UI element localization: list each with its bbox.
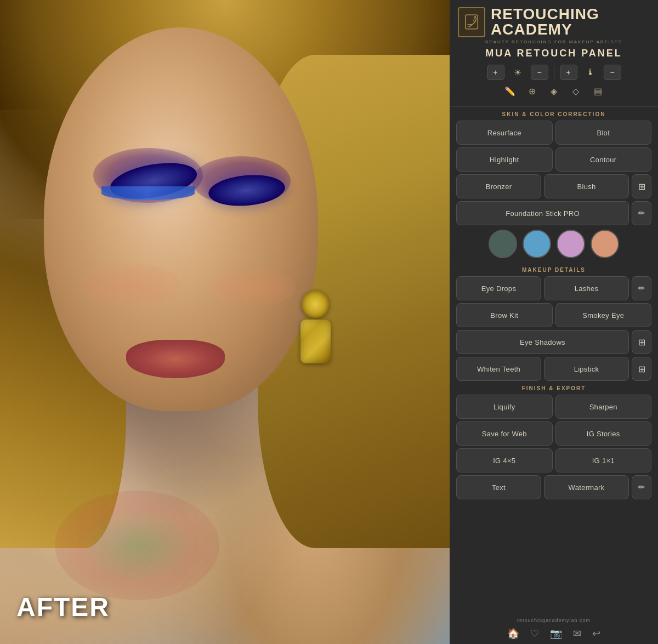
right-panel: RETOUCHING ACADEMY BEAUTY RETOUCHING FOR… — [450, 0, 658, 644]
makeup-btn-grid: Eye Drops Lashes ✏ Brow Kit Smokey Eye E… — [450, 276, 658, 381]
text-btn[interactable]: Text — [456, 475, 541, 499]
contour-btn[interactable]: Contour — [555, 147, 652, 172]
earring-top — [302, 290, 329, 318]
toolbar-row-2: ✏️ ⊕ ◈ ◇ ▤ — [458, 83, 650, 99]
light-purple-swatch[interactable] — [557, 230, 585, 258]
brand-text-group: RETOUCHING ACADEMY — [491, 7, 599, 37]
finish-btn-grid: Liquify Sharpen Save for Web IG Stories … — [450, 395, 658, 499]
email-icon[interactable]: ✉ — [573, 628, 581, 640]
heart-icon[interactable]: ♡ — [530, 628, 539, 640]
skin-row-3: Bronzer Blush ⊞ — [456, 174, 651, 198]
finish-row-2: Save for Web IG Stories — [456, 421, 651, 446]
contrast-plus-btn[interactable]: + — [560, 65, 577, 80]
panel-title: MUA RETOUCH PANEL — [458, 48, 650, 59]
finish-row-4: Text Watermark ✏ — [456, 475, 651, 499]
foundation-pencil-btn[interactable]: ✏ — [632, 201, 651, 225]
home-icon[interactable]: 🏠 — [507, 628, 519, 640]
skin-row-4: Foundation Stick PRO ✏ — [456, 201, 651, 225]
share-icon[interactable]: ↩ — [592, 628, 600, 640]
blush-grid-btn[interactable]: ⊞ — [632, 174, 651, 198]
eye-shadows-grid-btn[interactable]: ⊞ — [632, 330, 651, 354]
panel-tagline: BEAUTY RETOUCHING FOR MAKEUP ARTISTS — [458, 39, 650, 44]
finish-section-label: FINISH & EXPORT — [450, 385, 658, 391]
makeup-row-2: Brow Kit Smokey Eye — [456, 303, 651, 327]
lipstick-grid-btn[interactable]: ⊞ — [632, 357, 651, 381]
photo-panel: AFTER — [0, 0, 450, 644]
layers-tool-btn[interactable]: ▤ — [589, 83, 606, 99]
brush-tool-btn[interactable]: ✏️ — [501, 83, 519, 99]
sharpen-btn[interactable]: Sharpen — [555, 395, 652, 419]
smokey-eye-btn[interactable]: Smokey Eye — [555, 303, 652, 327]
earring — [296, 290, 334, 362]
toolbar-row-1: + ☀ − + 🌡 − — [458, 65, 650, 80]
color-swatches-row — [450, 225, 658, 263]
ig-4x5-btn[interactable]: IG 4×5 — [456, 448, 553, 472]
light-blue-swatch[interactable] — [523, 230, 551, 258]
patch-tool-btn[interactable]: ◇ — [567, 83, 585, 99]
brand-row: RETOUCHING ACADEMY — [458, 7, 650, 37]
eraser-tool-btn[interactable]: ◈ — [545, 83, 563, 99]
panel-header: RETOUCHING ACADEMY BEAUTY RETOUCHING FOR… — [450, 0, 658, 107]
panel-footer: retouchingacademylab.com 🏠 ♡ 📷 ✉ ↩ — [450, 613, 658, 644]
makeup-section-label: MAKEUP DETAILS — [450, 267, 658, 273]
brand-logo — [458, 7, 485, 37]
skin-row-2: Highlight Contour — [456, 147, 651, 172]
lipstick-btn[interactable]: Lipstick — [544, 357, 629, 381]
brow-kit-btn[interactable]: Brow Kit — [456, 303, 553, 327]
makeup-row-4: Whiten Teeth Lipstick ⊞ — [456, 357, 651, 381]
stamp-tool-btn[interactable]: ⊕ — [523, 83, 541, 99]
finish-row-1: Liquify Sharpen — [456, 395, 651, 419]
ig-stories-btn[interactable]: IG Stories — [555, 421, 652, 446]
finish-row-3: IG 4×5 IG 1×1 — [456, 448, 651, 472]
eye-drops-btn[interactable]: Eye Drops — [456, 276, 541, 300]
lashes-pencil-btn[interactable]: ✏ — [632, 276, 651, 300]
skin-btn-grid: Resurface Blot Highlight Contour Bronzer… — [450, 121, 658, 225]
brightness-icon-btn[interactable]: ☀ — [509, 65, 526, 80]
toolbar-divider-1 — [554, 66, 554, 79]
earring-bottom — [300, 320, 331, 363]
brand-name-line1: RETOUCHING — [491, 7, 599, 22]
feather-icon — [464, 14, 479, 30]
cheek-left — [82, 263, 181, 307]
contrast-icon-btn[interactable]: 🌡 — [582, 65, 599, 80]
peach-swatch[interactable] — [591, 230, 619, 258]
lashes-btn[interactable]: Lashes — [544, 276, 629, 300]
makeup-row-3: Eye Shadows ⊞ — [456, 330, 651, 354]
lips — [126, 340, 225, 378]
resurface-btn[interactable]: Resurface — [456, 121, 553, 145]
cheek-right — [208, 269, 296, 307]
eye-shadows-btn[interactable]: Eye Shadows — [456, 330, 629, 354]
whiten-teeth-btn[interactable]: Whiten Teeth — [456, 357, 541, 381]
skin-section-label: SKIN & COLOR CORRECTION — [450, 111, 658, 117]
contrast-minus-btn[interactable]: − — [604, 65, 621, 80]
brightness-plus-btn[interactable]: + — [487, 65, 504, 80]
brightness-minus-btn[interactable]: − — [531, 65, 548, 80]
blot-btn[interactable]: Blot — [555, 121, 652, 145]
highlight-btn[interactable]: Highlight — [456, 147, 553, 172]
foundation-stick-btn[interactable]: Foundation Stick PRO — [456, 201, 629, 225]
tattoo-hint — [55, 491, 219, 600]
watermark-pencil-btn[interactable]: ✏ — [632, 475, 651, 499]
blush-btn[interactable]: Blush — [544, 174, 629, 198]
skin-row-1: Resurface Blot — [456, 121, 651, 145]
watermark-btn[interactable]: Watermark — [544, 475, 629, 499]
brand-name-line2: ACADEMY — [491, 22, 599, 37]
instagram-icon[interactable]: 📷 — [550, 628, 562, 640]
after-label: AFTER — [16, 592, 110, 622]
makeup-row-1: Eye Drops Lashes ✏ — [456, 276, 651, 300]
ig-1x1-btn[interactable]: IG 1×1 — [555, 448, 652, 472]
bronzer-btn[interactable]: Bronzer — [456, 174, 541, 198]
liquify-btn[interactable]: Liquify — [456, 395, 553, 419]
lash-left — [101, 186, 195, 200]
footer-url: retouchingacademylab.com — [458, 618, 650, 623]
dark-green-swatch[interactable] — [489, 230, 517, 258]
save-web-btn[interactable]: Save for Web — [456, 421, 553, 446]
footer-icons-row: 🏠 ♡ 📷 ✉ ↩ — [458, 628, 650, 640]
